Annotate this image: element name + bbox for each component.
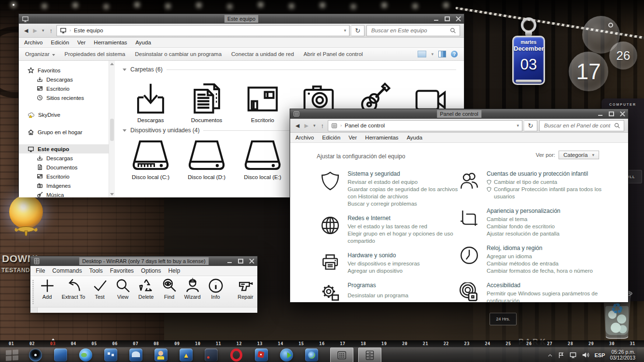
- refresh-button[interactable]: ↻: [524, 120, 537, 131]
- scroll-down-icon[interactable]: [110, 193, 114, 195]
- show-hidden-icons-chevron[interactable]: [547, 353, 553, 357]
- system-properties-button[interactable]: Propiedades del sistema: [65, 51, 126, 57]
- scrollbar-thumb[interactable]: [110, 119, 114, 141]
- category-link[interactable]: Configurar Protección infantil para todo…: [487, 186, 603, 200]
- forward-button[interactable]: ▶: [303, 123, 309, 129]
- address-field[interactable]: › Este equipo ▾: [56, 25, 350, 36]
- category-link[interactable]: Agregar un dispositivo: [348, 267, 464, 275]
- address-field[interactable]: › Panel de control ▾: [328, 120, 522, 131]
- category-link[interactable]: Cambiar el tipo de cuenta: [487, 179, 603, 186]
- maximize-button[interactable]: [609, 111, 614, 116]
- maximize-button[interactable]: [445, 16, 450, 21]
- sidebar-item-pc-escritorio[interactable]: Escritorio: [19, 172, 109, 181]
- taskbar-app-dice[interactable]: [255, 348, 268, 362]
- open-control-panel-button[interactable]: Abrir el Panel de control: [304, 51, 363, 57]
- sidebar-item-escritorio[interactable]: Escritorio: [19, 84, 109, 93]
- category-title[interactable]: Hardware y sonido: [348, 252, 464, 259]
- info-button[interactable]: Info: [205, 278, 226, 300]
- search-input[interactable]: [370, 27, 447, 34]
- tile-documentos[interactable]: Documentos: [179, 74, 235, 123]
- close-button[interactable]: [456, 16, 461, 21]
- tile-disco-e[interactable]: Disco local (E:): [235, 135, 291, 180]
- back-button[interactable]: ◀: [294, 123, 301, 129]
- menu-item[interactable]: Ayuda: [406, 135, 422, 140]
- taskbar-app-contact[interactable]: [154, 348, 168, 362]
- menu-item[interactable]: Herramientas: [94, 40, 127, 45]
- category-link[interactable]: Buscar y corregir problemas: [348, 200, 464, 208]
- extract-button[interactable]: Extract To: [59, 278, 87, 300]
- taskbar-open-control-panel[interactable]: [330, 348, 353, 362]
- up-button[interactable]: ↑: [319, 122, 326, 129]
- calendar-tag[interactable]: martes December 03: [512, 36, 545, 85]
- sidebar-item-descargas[interactable]: Descargas: [19, 75, 109, 84]
- category-link[interactable]: Guardar copias de seguridad de los archi…: [348, 186, 464, 200]
- map-network-drive-button[interactable]: Conectar a unidad de red: [231, 51, 294, 57]
- menu-item[interactable]: Ver: [77, 40, 85, 45]
- folders-group-header[interactable]: Carpetas (6): [123, 66, 464, 73]
- wizard-button[interactable]: Wizard: [182, 278, 203, 300]
- add-button[interactable]: Add: [36, 278, 58, 300]
- control-panel-window[interactable]: Panel de control ◀ ▶ ▾ ↑ › Panel de cont…: [290, 109, 629, 303]
- taskbar-app-opera[interactable]: [230, 348, 243, 362]
- category-link[interactable]: Ajustar resolución de pantalla: [487, 230, 603, 237]
- sidebar-item-este-equipo[interactable]: Este equipo: [19, 144, 109, 153]
- taskbar-main[interactable]: ▲ ESP 05:26 p.m. 03/12/20: [0, 347, 644, 362]
- sidebar-scrollbar[interactable]: [109, 61, 115, 197]
- preview-pane-icon[interactable]: [418, 51, 426, 57]
- tile-escritorio[interactable]: Escritorio: [235, 74, 291, 123]
- category-link[interactable]: Ver el estado y las tareas de red: [348, 223, 464, 230]
- volume-speaker-icon[interactable]: [582, 351, 589, 359]
- history-dropdown[interactable]: ▾: [41, 28, 46, 33]
- sidebar-item-sitios-recientes[interactable]: Sitios recientes: [19, 93, 109, 102]
- taskbar-app-helmet[interactable]: [129, 348, 142, 362]
- organize-button[interactable]: Organizar: [25, 51, 55, 57]
- category-title[interactable]: Redes e Internet: [348, 215, 464, 222]
- view-button[interactable]: View: [112, 278, 134, 300]
- search-box[interactable]: [539, 120, 624, 131]
- clock-bubble-minute[interactable]: 26: [609, 42, 637, 70]
- uninstall-program-button[interactable]: Desinstalar o cambiar un programa: [135, 51, 222, 57]
- menu-item[interactable]: Ver: [349, 135, 357, 140]
- taskbar-app-avg[interactable]: ▲: [180, 348, 193, 362]
- collapse-triangle-icon[interactable]: [123, 129, 126, 132]
- category-link[interactable]: Agregar un idioma: [487, 253, 603, 260]
- sidebar-item-favoritos[interactable]: Favoritos: [19, 66, 109, 75]
- category-link[interactable]: Cambiar el tema: [487, 216, 603, 223]
- minimize-button[interactable]: [434, 16, 439, 21]
- category-link[interactable]: Ver dispositivos e impresoras: [348, 260, 464, 267]
- taskbar-open-file-manager[interactable]: [358, 348, 381, 362]
- taskbar-app-media-player[interactable]: [29, 348, 42, 362]
- up-button[interactable]: ↑: [47, 27, 55, 34]
- help-icon[interactable]: ?: [451, 51, 458, 57]
- category-title[interactable]: Apariencia y personalización: [487, 208, 603, 214]
- menu-item[interactable]: Edición: [51, 40, 69, 45]
- menu-item[interactable]: Favorites: [110, 267, 134, 274]
- taskbar[interactable]: 0102030405060708091011121314151617181920…: [0, 340, 644, 362]
- category-link[interactable]: Desinstalar un programa: [348, 292, 464, 299]
- menu-item[interactable]: Edición: [322, 135, 340, 140]
- category-title[interactable]: Cuentas de usuario y protección infantil: [487, 170, 603, 177]
- menu-item[interactable]: Ayuda: [135, 40, 151, 45]
- category-link[interactable]: Elegir grupo en el hogar y opciones de u…: [348, 230, 464, 245]
- taskbar-app-dark[interactable]: [205, 348, 218, 362]
- minimize-button[interactable]: [598, 111, 603, 116]
- category-title[interactable]: Accesibilidad: [487, 282, 603, 289]
- sidebar-item-skydrive[interactable]: SkyDrive: [19, 110, 109, 119]
- taskbar-app-ccleaner[interactable]: [280, 348, 293, 362]
- menu-item[interactable]: Help: [168, 267, 180, 274]
- category-link[interactable]: Cambiar métodos de entrada: [487, 260, 603, 267]
- clock-bubble-hour[interactable]: 17: [569, 52, 608, 91]
- refresh-button[interactable]: ↻: [351, 25, 364, 36]
- explorer-titlebar[interactable]: Este equipo: [19, 14, 464, 24]
- repair-button[interactable]: Repair: [235, 278, 256, 300]
- winrar-window[interactable]: Desktop - WinRAR (only 7 days left to bu…: [30, 256, 258, 312]
- category-link[interactable]: Cambiar fondo de escritorio: [487, 223, 603, 230]
- category-title[interactable]: Reloj, idioma y región: [487, 245, 603, 251]
- columns-view-icon[interactable]: [438, 51, 446, 57]
- taskbar-app-globe-browser[interactable]: [79, 348, 92, 362]
- minimize-button[interactable]: [227, 259, 232, 264]
- search-input[interactable]: [543, 122, 611, 129]
- category-title[interactable]: Programas: [348, 282, 464, 289]
- close-button[interactable]: [620, 111, 625, 116]
- sidebar-item-grupo-hogar[interactable]: Grupo en el hogar: [19, 127, 109, 137]
